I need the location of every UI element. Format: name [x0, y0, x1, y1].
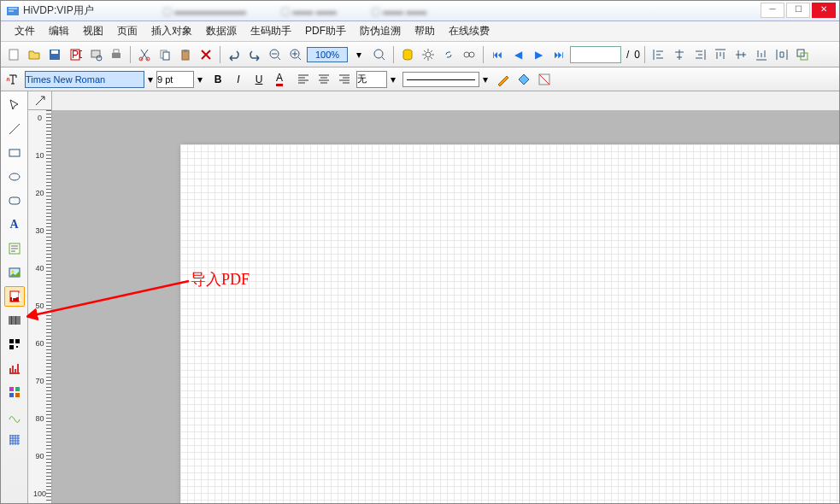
page-number-input[interactable] — [570, 46, 621, 63]
menu-edit[interactable]: 编辑 — [42, 21, 76, 41]
fill-color-button[interactable] — [515, 71, 532, 88]
minimize-button[interactable]: ─ — [761, 3, 784, 18]
curve-tool[interactable] — [4, 406, 25, 426]
svg-rect-13 — [163, 52, 169, 60]
canvas[interactable] — [52, 110, 839, 503]
svg-point-31 — [11, 271, 14, 273]
menu-data[interactable]: 数据源 — [199, 21, 244, 41]
left-toolbox: A PDF — [1, 91, 28, 503]
ruler-tick: 20 — [28, 189, 51, 197]
svg-rect-6 — [91, 50, 100, 57]
database-button[interactable] — [398, 45, 417, 64]
svg-rect-8 — [112, 53, 120, 58]
size-dropdown[interactable]: ▾ — [197, 73, 203, 85]
align-bottom-button[interactable] — [752, 45, 771, 64]
gear-button[interactable] — [419, 45, 438, 64]
zoom-out-button[interactable] — [266, 45, 285, 64]
page-of-label: / — [623, 49, 632, 61]
rect-tool[interactable] — [4, 143, 25, 163]
menu-gencode[interactable]: 生码助手 — [244, 21, 298, 41]
zoom-level[interactable]: 100% — [307, 47, 348, 62]
svg-rect-9 — [114, 50, 119, 53]
edit-text-tool[interactable] — [4, 238, 25, 259]
align-top-button[interactable] — [711, 45, 730, 64]
import-pdf-tool[interactable]: PDF — [4, 286, 25, 307]
font-size-select[interactable] — [156, 71, 194, 88]
link-button[interactable] — [439, 45, 458, 64]
page[interactable] — [180, 144, 839, 503]
align-right-button[interactable] — [690, 45, 709, 64]
close-button[interactable]: ✕ — [812, 3, 836, 18]
svg-rect-40 — [15, 387, 20, 391]
menu-view[interactable]: 视图 — [76, 21, 110, 41]
ruler-tick: 40 — [28, 264, 51, 273]
zoom-in-button[interactable] — [286, 45, 305, 64]
text-align-center-button[interactable] — [315, 71, 332, 88]
menu-pdf[interactable]: PDF助手 — [298, 21, 353, 41]
pdf-export-button[interactable]: PDF — [66, 45, 85, 64]
menu-anti[interactable]: 防伪追溯 — [353, 21, 408, 41]
line-style-select[interactable] — [402, 72, 479, 87]
image-tool[interactable] — [4, 262, 25, 283]
font-select[interactable] — [25, 71, 144, 88]
grid-tool[interactable] — [4, 430, 25, 450]
roundrect-tool[interactable] — [4, 190, 25, 211]
group-button[interactable] — [793, 45, 812, 64]
line-tool[interactable] — [4, 119, 25, 139]
align-center-h-button[interactable] — [670, 45, 689, 64]
text-align-right-button[interactable] — [336, 71, 353, 88]
zoom-dropdown[interactable]: ▾ — [350, 45, 368, 64]
vertical-ruler[interactable]: 0102030405060708090100 — [28, 110, 52, 503]
last-page-button[interactable]: ⏭ — [549, 45, 568, 64]
distribute-h-button[interactable] — [772, 45, 791, 64]
align-left-button[interactable] — [649, 45, 668, 64]
ellipse-tool[interactable] — [4, 167, 25, 187]
align-middle-v-button[interactable] — [731, 45, 750, 64]
font-color-button[interactable]: A — [271, 71, 288, 88]
next-page-button[interactable]: ▶ — [529, 45, 548, 64]
qrcode-tool[interactable] — [4, 334, 25, 355]
prev-page-button[interactable]: ◀ — [508, 45, 527, 64]
text-align-left-button[interactable] — [295, 71, 312, 88]
undo-button[interactable] — [225, 45, 244, 64]
no-fill-button[interactable] — [536, 71, 553, 88]
italic-button[interactable]: I — [230, 71, 247, 88]
font-dropdown[interactable]: ▾ — [148, 73, 153, 85]
maximize-button[interactable]: ☐ — [786, 3, 810, 18]
fill-select[interactable] — [356, 71, 387, 88]
svg-rect-38 — [16, 346, 18, 348]
save-button[interactable] — [45, 45, 64, 64]
line-dropdown[interactable]: ▾ — [483, 73, 488, 85]
menu-file[interactable]: 文件 — [8, 21, 42, 41]
color-qr-tool[interactable] — [4, 382, 25, 402]
chart-tool[interactable] — [4, 358, 25, 378]
canvas-area: 0102030405060708090100110120130140150160… — [28, 91, 839, 503]
workspace: A PDF 0102030405060708090100110120130140… — [1, 91, 839, 503]
bold-button[interactable]: B — [209, 71, 226, 88]
fill-dropdown[interactable]: ▾ — [391, 73, 396, 85]
barcode-tool[interactable] — [4, 310, 25, 331]
pointer-tool[interactable] — [4, 95, 25, 115]
link2-button[interactable] — [460, 45, 479, 64]
open-button[interactable] — [25, 45, 44, 64]
cut-button[interactable] — [135, 45, 154, 64]
zoom-fit-button[interactable] — [370, 45, 389, 64]
paste-button[interactable] — [176, 45, 195, 64]
redo-button[interactable] — [245, 45, 264, 64]
text-tool[interactable]: A — [4, 214, 25, 235]
text-tool-icon[interactable] — [4, 71, 21, 88]
menu-page[interactable]: 页面 — [110, 21, 144, 41]
window-title: HiVDP:VIP用户 — [23, 3, 94, 18]
menu-insert[interactable]: 插入对象 — [144, 21, 199, 41]
print-preview-button[interactable] — [86, 45, 105, 64]
underline-button[interactable]: U — [250, 71, 267, 88]
copy-button[interactable] — [156, 45, 174, 64]
line-color-button[interactable] — [495, 71, 512, 88]
delete-button[interactable] — [197, 45, 215, 64]
menu-online[interactable]: 在线续费 — [442, 21, 496, 41]
svg-rect-28 — [9, 197, 20, 204]
print-button[interactable] — [107, 45, 126, 64]
new-button[interactable] — [4, 45, 23, 64]
first-page-button[interactable]: ⏮ — [488, 45, 507, 64]
menu-help[interactable]: 帮助 — [408, 21, 442, 41]
